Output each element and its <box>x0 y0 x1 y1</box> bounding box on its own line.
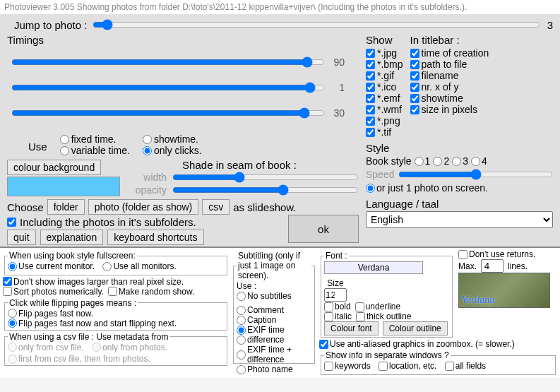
speed-label: Speed <box>366 169 394 180</box>
show-wmf[interactable]: *.wmf <box>366 104 403 115</box>
sub-none[interactable]: No subtitles <box>237 291 311 301</box>
one-photo[interactable]: or just 1 photo on screen. <box>366 182 488 194</box>
flip-legend: Click while flipping pages means : <box>8 298 138 308</box>
csv-only[interactable]: only from csv file. <box>8 343 84 352</box>
timing-slider-1[interactable] <box>11 56 325 69</box>
book-2[interactable]: 2 <box>433 155 449 167</box>
csvmeta-legend: When using a csv file : Use metadata fro… <box>8 332 169 342</box>
shade-opacity-label: opacity <box>120 184 167 196</box>
font-underline[interactable]: underline <box>355 302 400 311</box>
info-all[interactable]: all fields <box>445 361 486 371</box>
dont-returns[interactable]: Don't use returns. <box>458 249 557 259</box>
tb-size[interactable]: size in pixels <box>410 104 489 115</box>
font-name-box[interactable]: Verdana <box>324 261 423 274</box>
timing-val-1: 90 <box>329 57 345 68</box>
choose-photo-button[interactable]: photo (folder as show) <box>88 199 199 215</box>
use-variable[interactable]: variable time. <box>60 145 130 156</box>
info-location[interactable]: location, etc. <box>379 361 436 371</box>
timing-slider-3[interactable] <box>11 107 325 119</box>
choose-csv-button[interactable]: csv <box>202 199 230 215</box>
show-ico[interactable]: *.ico <box>366 81 403 93</box>
timing-slider-2[interactable] <box>11 81 325 94</box>
colour-outline-button[interactable]: Colour outline <box>383 321 448 335</box>
max-lines-input[interactable] <box>481 259 504 273</box>
quit-button[interactable]: quit <box>7 230 36 245</box>
use-label: Use <box>28 141 47 153</box>
show-bmp[interactable]: *.bmp <box>366 59 403 70</box>
tb-time[interactable]: time of creation <box>410 47 489 59</box>
colour-swatch[interactable] <box>7 177 120 196</box>
sub-use-label: Use : <box>237 281 311 291</box>
flip-fastnext[interactable]: Flip pages fast now and start flipping n… <box>8 319 224 328</box>
tb-filename[interactable]: filename <box>410 70 489 81</box>
font-bold[interactable]: bold <box>324 302 351 311</box>
font-group: Font : Verdana Size bold underline itali… <box>321 251 453 338</box>
book-4[interactable]: 4 <box>471 155 487 167</box>
show-tif[interactable]: *.tif <box>366 126 403 138</box>
show-png[interactable]: *.png <box>366 115 403 126</box>
fullscreen-group: When using book style fullscreen: Use cu… <box>4 251 227 275</box>
dontshow-large[interactable]: Don't show images larger than real pixel… <box>3 277 229 287</box>
tb-nrxy[interactable]: nr. x of y <box>410 81 489 93</box>
speed-slider[interactable] <box>398 168 553 181</box>
language-select[interactable]: English <box>366 211 553 228</box>
colour-font-button[interactable]: Colour font <box>324 321 379 335</box>
shortcuts-button[interactable]: keyboard shortcuts <box>107 230 203 245</box>
font-legend: Font : <box>324 251 349 261</box>
show-gif[interactable]: *.gif <box>366 70 403 81</box>
tb-path[interactable]: path to file <box>410 59 489 70</box>
sort-num[interactable]: Sort photos numerically. <box>3 287 104 297</box>
fs-current[interactable]: Use current monitor. <box>8 261 95 271</box>
sub-caption[interactable]: Caption <box>237 315 311 325</box>
timing-val-2: 1 <box>329 82 345 93</box>
book-1[interactable]: 1 <box>415 155 431 167</box>
font-thick[interactable]: thick outline <box>356 311 411 321</box>
sub-exif[interactable]: EXIF time <box>237 325 311 335</box>
shade-width-slider[interactable] <box>172 171 359 184</box>
csv-both[interactable]: first from csv file, then from photos. <box>8 354 224 364</box>
book-style-label: Book style <box>366 155 412 167</box>
sub-exifdiff[interactable]: EXIF time + difference <box>237 345 311 364</box>
tb-showtime[interactable]: showtime <box>410 93 489 104</box>
subtitling-legend: Subtitling (only if just 1 image on scre… <box>237 251 311 280</box>
showinfo-legend: Show info in separate windows ? <box>324 350 451 360</box>
font-preview: Verdana <box>458 273 550 308</box>
language-heading: Language / taal <box>366 198 553 210</box>
use-fixed[interactable]: fixed time. <box>60 133 130 145</box>
explanation-button[interactable]: explanation <box>40 230 104 245</box>
subfolders-checkbox[interactable] <box>7 218 16 227</box>
max-label: Max. <box>458 261 477 271</box>
photos-only[interactable]: only from photos. <box>92 343 167 352</box>
random-show[interactable]: Make random show. <box>108 287 194 297</box>
sub-comment[interactable]: Comment <box>237 305 311 315</box>
jump-slider[interactable] <box>93 18 540 31</box>
use-clicks[interactable]: only clicks. <box>143 145 213 156</box>
show-emf[interactable]: *.emf <box>366 93 403 104</box>
use-showtime[interactable]: showtime. <box>143 133 213 145</box>
lines-label: lines. <box>508 261 528 271</box>
choose-folder-button[interactable]: folder <box>47 199 85 215</box>
timing-val-3: 30 <box>329 107 345 119</box>
shade-opacity-slider[interactable] <box>172 184 359 196</box>
show-jpg[interactable]: *.jpg <box>366 47 403 59</box>
sub-diff[interactable]: difference <box>237 335 311 345</box>
ok-button[interactable]: ok <box>288 215 359 243</box>
font-italic[interactable]: italic <box>324 311 352 321</box>
choose-label: Choose <box>7 201 44 213</box>
sub-photoname[interactable]: Photo name <box>237 364 311 374</box>
colour-background-button[interactable]: colour background <box>7 160 101 175</box>
flip-group: Click while flipping pages means : Flip … <box>4 298 227 331</box>
flip-fast[interactable]: Flip pages fast now. <box>8 309 224 319</box>
choose-tail: as slideshow. <box>233 201 296 213</box>
subfolders-label: Including the photos in it's subfolders. <box>20 216 196 228</box>
size-label: Size <box>324 278 347 288</box>
font-size-input[interactable] <box>324 288 347 302</box>
subtitling-group: Subtitling (only if just 1 image on scre… <box>233 251 315 364</box>
antialias[interactable]: Use anti-aliased graphics in zoombox. (=… <box>319 339 557 349</box>
info-keywords[interactable]: keywords <box>324 361 371 371</box>
fs-all[interactable]: Use all monitors. <box>102 261 176 271</box>
book-3[interactable]: 3 <box>452 155 468 167</box>
titlebar-heading: In titlebar : <box>410 34 489 46</box>
show-heading: Show <box>366 34 403 46</box>
shade-title: Shade in seam of book : <box>120 159 359 171</box>
